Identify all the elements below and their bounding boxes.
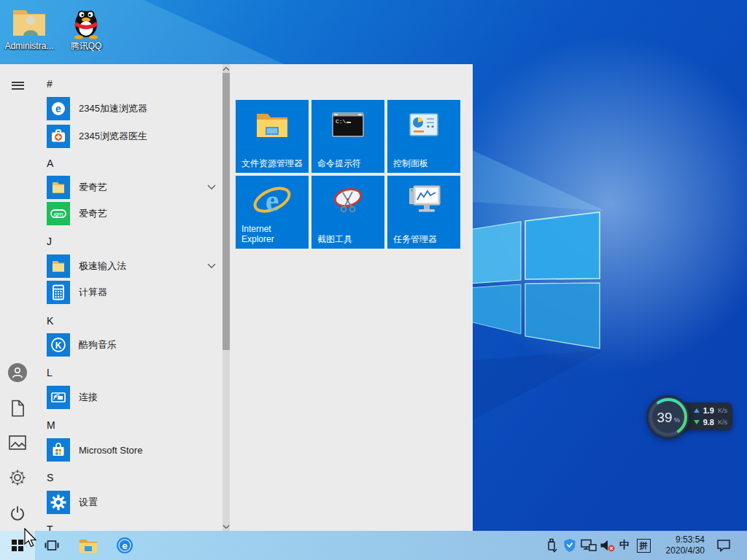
store-icon: [47, 438, 70, 462]
app-folder-jisu-ime[interactable]: 极速输入法: [47, 253, 220, 279]
desktop-icon-label: 腾讯QQ: [58, 41, 114, 51]
task-view-button[interactable]: [38, 531, 66, 560]
upload-arrow-icon: [694, 408, 700, 413]
app-item-2345-browser[interactable]: e 2345加速浏览器: [47, 96, 220, 122]
hamburger-menu-icon[interactable]: [0, 68, 35, 103]
windows-start-icon: [12, 540, 23, 551]
app-label: 计算器: [79, 286, 107, 299]
scroll-down-icon[interactable]: [222, 523, 231, 530]
tile-command-prompt[interactable]: C:\ 命令提示符: [311, 100, 384, 173]
svg-text:e: e: [122, 540, 127, 551]
app-item-2345-doctor[interactable]: 2345浏览器医生: [47, 123, 220, 149]
iqiyi-icon: iQIYI: [47, 202, 70, 225]
tile-file-explorer[interactable]: 文件资源管理器: [236, 100, 309, 173]
app-label: 2345浏览器医生: [79, 130, 147, 143]
calculator-icon: [47, 281, 70, 304]
net-usage-percent-sign: %: [674, 416, 680, 424]
scroll-up-icon[interactable]: [222, 65, 231, 72]
ime-language-indicator[interactable]: 中: [616, 531, 632, 560]
tile-label: 任务管理器: [393, 234, 437, 244]
command-prompt-icon: C:\: [332, 112, 364, 137]
svg-text:e: e: [55, 103, 61, 114]
start-menu: # e 2345加速浏览器 2345浏览器医生 A: [0, 64, 473, 531]
action-center-icon: [716, 539, 731, 552]
control-panel-icon: [409, 113, 438, 136]
app-label: 极速输入法: [79, 260, 126, 273]
scrollbar-thumb[interactable]: [222, 73, 230, 350]
2345-browser-icon: e: [47, 97, 70, 120]
task-manager-icon: [406, 185, 441, 216]
chevron-down-icon[interactable]: [207, 184, 216, 190]
section-header: J: [47, 233, 52, 250]
svg-text:iQIYI: iQIYI: [54, 212, 63, 217]
task-view-icon: [44, 539, 59, 552]
security-shield-icon[interactable]: [561, 531, 578, 560]
volume-muted-icon[interactable]: [598, 531, 617, 560]
file-explorer-icon: [255, 111, 289, 139]
tile-label: 控制面板: [393, 158, 428, 168]
clock-time: 9:53:54: [652, 534, 705, 545]
section-header: K: [47, 312, 53, 330]
net-usage-percent: 39: [657, 410, 672, 425]
taskbar-2345-browser-button[interactable]: e: [109, 531, 140, 560]
app-item-microsoft-store[interactable]: Microsoft Store: [47, 437, 220, 463]
taskbar-file-explorer-button[interactable]: [73, 531, 104, 560]
desktop-icon-label: Administra...: [1, 41, 57, 51]
ime-pinyin-label: 拼: [637, 539, 651, 553]
section-header: L: [47, 364, 53, 381]
section-header: A: [47, 155, 53, 172]
desktop-icon-administrator[interactable]: Administra...: [1, 4, 57, 51]
ime-pinyin-indicator[interactable]: 拼: [635, 531, 652, 560]
app-item-settings[interactable]: 设置: [47, 489, 220, 516]
app-label: 酷狗音乐: [79, 338, 117, 351]
action-center-button[interactable]: [712, 531, 735, 560]
settings-icon: [47, 491, 70, 514]
section-header: #: [47, 75, 53, 93]
app-item-connect[interactable]: 连接: [47, 384, 220, 411]
download-speed-unit: K/s: [718, 419, 727, 426]
user-folder-icon: [9, 4, 50, 39]
power-icon[interactable]: [0, 496, 35, 531]
desktop-icon-qq[interactable]: 腾讯QQ: [58, 4, 114, 51]
tile-control-panel[interactable]: 控制面板: [387, 100, 460, 173]
2345-doctor-icon: [47, 125, 70, 148]
tile-internet-explorer[interactable]: e Internet Explorer: [236, 176, 309, 249]
app-item-calculator[interactable]: 计算器: [47, 279, 220, 306]
upload-speed-unit: K/s: [718, 407, 727, 414]
folder-icon: [47, 176, 70, 199]
user-avatar-icon[interactable]: [0, 355, 35, 390]
net-usage-dial: 39 %: [645, 394, 692, 440]
documents-icon[interactable]: [0, 391, 35, 426]
settings-gear-icon[interactable]: [0, 460, 35, 495]
tile-label: 截图工具: [317, 234, 352, 244]
app-label: 2345加速浏览器: [79, 102, 147, 115]
taskbar: e 中 拼 9:53:54: [0, 531, 747, 560]
app-item-kugou[interactable]: K 酷狗音乐: [47, 332, 220, 358]
tile-task-manager[interactable]: 任务管理器: [387, 176, 460, 249]
svg-text:e: e: [266, 184, 279, 217]
tile-label: Internet Explorer: [241, 224, 304, 244]
tile-label: 文件资源管理器: [241, 158, 303, 168]
app-label: 设置: [79, 496, 98, 509]
app-item-iqiyi[interactable]: iQIYI 爱奇艺: [47, 201, 220, 227]
taskbar-clock[interactable]: 9:53:54 2020/4/30: [652, 534, 705, 556]
file-explorer-icon: [79, 538, 98, 553]
folder-icon: [47, 254, 70, 278]
svg-text:C:\: C:\: [336, 118, 347, 125]
network-icon[interactable]: [579, 531, 598, 560]
download-arrow-icon: [694, 420, 700, 424]
chevron-down-icon[interactable]: [207, 263, 216, 269]
snipping-tool-icon: [330, 185, 366, 216]
pictures-icon[interactable]: [0, 425, 35, 460]
tile-snipping-tool[interactable]: 截图工具: [311, 176, 384, 249]
app-folder-iqiyi[interactable]: 爱奇艺: [47, 174, 220, 201]
tile-label: 命令提示符: [317, 158, 361, 168]
svg-text:K: K: [55, 341, 62, 351]
app-label: 爱奇艺: [79, 207, 107, 220]
usb-device-icon[interactable]: [543, 531, 560, 560]
net-speed-widget[interactable]: 1.9 K/s 9.8 K/s 39 %: [645, 394, 737, 440]
download-speed-value: 9.8: [703, 418, 714, 427]
2345-browser-icon: e: [116, 537, 133, 554]
section-header: M: [47, 416, 55, 434]
qq-penguin-icon: [69, 4, 103, 39]
